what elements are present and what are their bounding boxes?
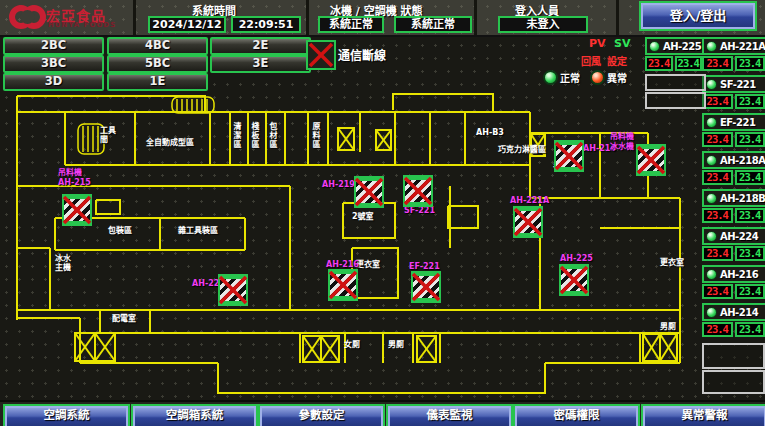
room-label-包材區: 包材區 xyxy=(267,122,278,149)
footer-nav: 空調系統空調箱系統參數設定儀表監視密碼權限異常警報 xyxy=(0,400,765,426)
pv-value: 23.4 xyxy=(702,284,733,299)
unit-led-icon xyxy=(649,41,660,52)
unit-led-icon xyxy=(706,117,717,128)
equipment-label-吊料機AH-215: 吊料機 AH-215 xyxy=(58,168,91,187)
floor-button-5BC[interactable]: 5BC xyxy=(107,55,208,73)
stair-xbox-icon xyxy=(303,336,339,362)
stair-xbox-icon xyxy=(643,334,677,361)
divider xyxy=(133,0,136,35)
unit-values-AH-224: 23.423.4 xyxy=(702,246,765,261)
unit-name-label: AH-224 xyxy=(720,231,758,242)
ahu-offline-icon-10[interactable] xyxy=(411,271,441,303)
sv-value: 23.4 xyxy=(735,208,765,223)
unit-name-label: AH-218A xyxy=(720,155,765,166)
room-label-AH-B3: AH-B3 xyxy=(476,128,504,137)
floor-button-4BC[interactable]: 4BC xyxy=(107,37,208,55)
sv-value: 23.4 xyxy=(735,132,765,147)
unit-box-AH-225[interactable]: AH-225 xyxy=(645,37,704,55)
system-clock-field: 22:09:51 xyxy=(231,16,301,33)
top-bar: 宏亞食品 HUNYA FOODS 系統時間 2024/12/12 22:09:5… xyxy=(0,0,765,37)
unit-box-AH-218B[interactable]: AH-218B xyxy=(702,189,765,207)
abnormal-label: 異常 xyxy=(607,70,627,85)
stair-xbox-icon xyxy=(338,128,354,150)
unit-box-AH-216[interactable]: AH-216 xyxy=(702,265,765,283)
setpoint-col-label: 設定 xyxy=(607,53,627,68)
comm-loss-x-icon xyxy=(217,273,249,307)
ahu-offline-icon-5[interactable] xyxy=(636,144,666,176)
nav-button-參數設定[interactable]: 參數設定 xyxy=(260,406,383,426)
system-date-field: 2024/12/12 xyxy=(148,16,226,33)
unit-box-AH-224[interactable]: AH-224 xyxy=(702,227,765,245)
room-label-更衣室: 更衣室 xyxy=(660,258,684,267)
ahu-offline-icon-7[interactable] xyxy=(559,264,589,296)
unit-values-AH-214: 23.423.4 xyxy=(702,322,765,337)
ahu-offline-icon-2[interactable] xyxy=(354,176,384,208)
unit-name-label: AH-225 xyxy=(663,41,701,52)
unit-values-AH-218B: 23.423.4 xyxy=(702,208,765,223)
room-label-清潔區: 清潔區 xyxy=(231,122,242,149)
room-label-冰水主機: 冰水 主機 xyxy=(55,254,71,272)
nav-button-異常警報[interactable]: 異常警報 xyxy=(643,406,765,426)
comm-loss-x-icon xyxy=(327,268,359,302)
room-label-棧板區: 棧板區 xyxy=(249,122,260,149)
unit-led-icon xyxy=(706,269,717,280)
unit-led-icon xyxy=(706,307,717,318)
chiller-status-field: 系統正常 xyxy=(318,16,384,33)
equipment-label-吊料機冰水機: 吊料機 冰水機 xyxy=(610,132,634,151)
divider xyxy=(474,0,477,35)
unit-led-icon xyxy=(706,41,717,52)
empty-status-box xyxy=(702,370,765,394)
unit-box-AH-214[interactable]: AH-214 xyxy=(702,303,765,321)
nav-button-儀表監視[interactable]: 儀表監視 xyxy=(388,406,511,426)
unit-box-EF-221[interactable]: EF-221 xyxy=(702,113,765,131)
room-label-女厠: 女厠 xyxy=(344,340,360,349)
comm-loss-x-icon xyxy=(61,193,93,227)
unit-name-label: AH-218B xyxy=(720,193,765,204)
nav-button-密碼權限[interactable]: 密碼權限 xyxy=(515,406,638,426)
floor-button-2BC[interactable]: 2BC xyxy=(3,37,104,55)
floor-button-3E[interactable]: 3E xyxy=(210,55,311,73)
unit-name-label: AH-216 xyxy=(720,269,758,280)
pv-value: 23.4 xyxy=(702,322,733,337)
unit-box-SF-221[interactable]: SF-221 xyxy=(702,75,765,93)
unit-name-label: SF-221 xyxy=(720,79,756,90)
ahu-offline-icon-3[interactable] xyxy=(403,175,433,207)
normal-led-icon xyxy=(543,70,558,85)
nav-button-空調箱系統[interactable]: 空調箱系統 xyxy=(133,406,256,426)
floor-button-2E[interactable]: 2E xyxy=(210,37,311,55)
pv-value: 23.4 xyxy=(702,208,733,223)
ahu-offline-icon-8[interactable] xyxy=(218,274,248,306)
pv-value: 23.4 xyxy=(702,94,733,109)
room-label-配電室: 配電室 xyxy=(112,314,136,323)
sv-value: 23.4 xyxy=(735,246,765,261)
normal-label: 正常 xyxy=(560,70,580,85)
unit-values-AH-221A: 23.423.4 xyxy=(702,56,765,71)
floor-button-3BC[interactable]: 3BC xyxy=(3,55,104,73)
unit-box-AH-221A[interactable]: AH-221A xyxy=(702,37,765,55)
ahu-offline-icon-9[interactable] xyxy=(328,269,358,301)
ahu-offline-icon-1[interactable] xyxy=(62,194,92,226)
room-label-工具間: 工具 間 xyxy=(100,126,116,144)
divider xyxy=(616,0,619,35)
ahu-offline-icon-6[interactable] xyxy=(513,206,543,238)
pv-header: PV xyxy=(589,37,606,50)
login-logout-button[interactable]: 登入/登出 xyxy=(641,3,755,29)
unit-values-EF-221: 23.423.4 xyxy=(702,132,765,147)
empty-status-box xyxy=(702,343,765,369)
room-label-男厠: 男厠 xyxy=(388,340,404,349)
pv-value: 23.4 xyxy=(702,56,733,71)
stair-xbox-icon xyxy=(376,130,391,150)
ahu-offline-icon-4[interactable] xyxy=(554,140,584,172)
comm-loss-x-icon xyxy=(353,175,385,209)
nav-button-空調系統[interactable]: 空調系統 xyxy=(5,406,128,426)
floor-plan: 工具 間全自動成型區清潔區棧板區包材區原料區AH-B3巧克力淋醬區千層區2號室更… xyxy=(0,88,690,402)
comm-loss-x-icon xyxy=(410,270,442,304)
comm-loss-x-icon xyxy=(402,174,434,208)
ahu-status-field: 系統正常 xyxy=(394,16,472,33)
sv-value: 23.4 xyxy=(735,322,765,337)
comm-loss-icon xyxy=(306,40,336,70)
unit-values-SF-221: 23.423.4 xyxy=(702,94,765,109)
unit-box-AH-218A[interactable]: AH-218A xyxy=(702,151,765,169)
room-label-男厠: 男厠 xyxy=(660,322,676,331)
comm-loss-x-icon xyxy=(553,139,585,173)
